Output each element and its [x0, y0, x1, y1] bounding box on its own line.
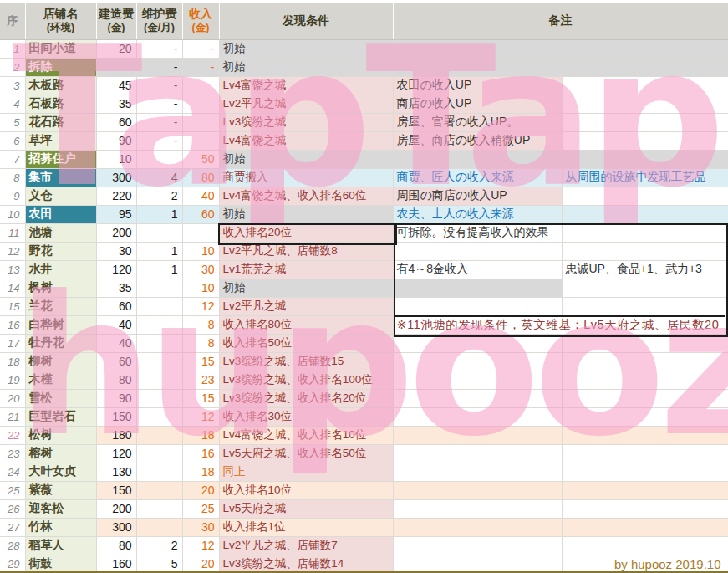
- cell-income: [182, 113, 219, 131]
- cell-build-cost: 60: [96, 297, 136, 315]
- cell-shop-name: 农田: [25, 205, 96, 223]
- cell-income: [182, 95, 219, 113]
- header-income: 收入 (金): [182, 3, 219, 39]
- cell-income: 8: [182, 315, 219, 334]
- cell-seq: 11: [0, 223, 25, 242]
- cell-income: -: [182, 39, 219, 58]
- table-row: 27 竹林 300 30 收入排名1位: [0, 518, 728, 536]
- cell-seq: 10: [0, 205, 25, 223]
- header-income-line1: 收入: [183, 7, 219, 22]
- cell-shop-name: 雪松: [25, 389, 96, 407]
- cell-remark-1: [393, 39, 562, 58]
- header-shop-name-line2: (环境): [26, 22, 96, 35]
- cell-remark-2: [562, 334, 728, 352]
- cell-income: 23: [182, 371, 219, 389]
- table-row: 19 木槿 80 23 Lv3缤纷之城、收入排名100位: [0, 371, 728, 389]
- cell-maint-cost: [136, 334, 182, 352]
- table-row: 18 柳树 60 15 Lv3缤纷之城、店铺数15: [0, 352, 728, 371]
- cell-build-cost: 10: [96, 150, 136, 168]
- cell-remark-1: 可拆除。没有提高收入的效果: [393, 223, 562, 242]
- shop-table: 序 店铺名 (环境) 建造费 (金) 维护费 (金/月) 收入 (金) 发现条件: [0, 3, 728, 573]
- table-row: 21 巨型岩石 150 12 收入排名30位: [0, 407, 728, 426]
- cell-condition: Lv2平凡之城: [219, 297, 393, 315]
- cell-maint-cost: [136, 315, 182, 334]
- cell-maint-cost: [136, 223, 182, 242]
- cell-condition: Lv3缤纷之城、店铺数14: [219, 555, 393, 573]
- cell-build-cost: 200: [96, 223, 136, 242]
- cell-maint-cost: [136, 444, 182, 463]
- cell-remark-2: [562, 297, 728, 315]
- cell-remark-1: [393, 352, 562, 371]
- cell-remark-2: 从周围的设施中发现工艺品: [562, 168, 728, 187]
- cell-income: 60: [182, 205, 219, 223]
- cell-maint-cost: -: [136, 76, 182, 95]
- cell-remark-1: 农夫、士人の收入来源: [393, 205, 562, 223]
- cell-seq: 15: [0, 297, 25, 315]
- cell-maint-cost: -: [136, 39, 182, 58]
- cell-shop-name: 野花: [25, 242, 96, 260]
- table-row: 26 迎客松 200 25 Lv5天府之城: [0, 499, 728, 518]
- table-row: 22 松树 180 18 Lv4富饶之城、收入排名10位: [0, 426, 728, 444]
- cell-seq: 3: [0, 76, 25, 95]
- cell-income: 12: [182, 297, 219, 315]
- cell-build-cost: [96, 58, 136, 76]
- cell-remark-1: 房屋、商店の收入稍微UP: [393, 131, 562, 150]
- cell-build-cost: 200: [96, 499, 136, 518]
- cell-shop-name: 花石路: [25, 113, 96, 131]
- cell-seq: 5: [0, 113, 25, 131]
- cell-maint-cost: -: [136, 95, 182, 113]
- cell-build-cost: 95: [96, 205, 136, 223]
- cell-remark-1: [393, 242, 562, 260]
- table-row: 25 紫薇 150 20 收入排名10位: [0, 481, 728, 499]
- cell-shop-name: 松树: [25, 426, 96, 444]
- cell-seq: 9: [0, 187, 25, 205]
- cell-maint-cost: [136, 481, 182, 499]
- cell-remark-2: [562, 95, 728, 113]
- cell-income: 16: [182, 444, 219, 463]
- cell-build-cost: 120: [96, 260, 136, 279]
- cell-seq: 20: [0, 389, 25, 407]
- cell-shop-name: 兰花: [25, 297, 96, 315]
- cell-income: 25: [182, 499, 219, 518]
- cell-condition: 收入排名80位: [219, 315, 393, 334]
- cell-seq: 19: [0, 371, 25, 389]
- cell-remark-1: 房屋、官署の收入UP。: [393, 113, 562, 131]
- table-row: 2 拆除 - - 初始: [0, 58, 728, 76]
- cell-build-cost: 35: [96, 279, 136, 297]
- cell-remark-1: 有4～8金收入: [393, 260, 562, 279]
- cell-seq: 21: [0, 407, 25, 426]
- table-row: 15 兰花 60 12 Lv2平凡之城: [0, 297, 728, 315]
- cell-shop-name: 柳树: [25, 352, 96, 371]
- cell-condition: 收入排名1位: [219, 518, 393, 536]
- cell-income: [182, 76, 219, 95]
- cell-build-cost: 60: [96, 113, 136, 131]
- table-row: 9 义仓 220 2 40 Lv4富饶之城、收入排名60位 周围の商店の收入UP: [0, 187, 728, 205]
- cell-remark-1: [393, 536, 562, 555]
- table-row: 7 招募住户 10 50 初始: [0, 150, 728, 168]
- cell-seq: 22: [0, 426, 25, 444]
- cell-remark-2: [562, 242, 728, 260]
- cell-condition: 商贾搬入: [219, 168, 393, 187]
- cell-maint-cost: [136, 371, 182, 389]
- table-row: 5 花石路 60 - Lv3缤纷之城 房屋、官署の收入UP。: [0, 113, 728, 131]
- cell-remark-1: [393, 481, 562, 499]
- cell-income: 80: [182, 168, 219, 187]
- cell-shop-name: 水井: [25, 260, 96, 279]
- cell-income: 18: [182, 463, 219, 481]
- cell-shop-name: 义仓: [25, 187, 96, 205]
- cell-income: 20: [182, 555, 219, 573]
- cell-remark-2: [562, 187, 728, 205]
- cell-remark-2: [562, 444, 728, 463]
- header-remarks: 备注: [393, 3, 728, 39]
- cell-remark-1: 商贾、匠人の收入来源: [393, 168, 562, 187]
- cell-seq: 25: [0, 481, 25, 499]
- cell-condition: 初始: [219, 279, 393, 297]
- header-discovery-condition: 发现条件: [219, 3, 393, 39]
- cell-remark-2: [562, 58, 728, 76]
- header-seq: 序: [0, 3, 25, 39]
- cell-maint-cost: [136, 297, 182, 315]
- cell-remark-2: by hupooz 2019.10: [562, 555, 728, 573]
- cell-condition: Lv3缤纷之城: [219, 113, 393, 131]
- cell-remark-1: [393, 463, 562, 481]
- table-row: 4 石板路 35 - Lv2平凡之城 商店の收入UP: [0, 95, 728, 113]
